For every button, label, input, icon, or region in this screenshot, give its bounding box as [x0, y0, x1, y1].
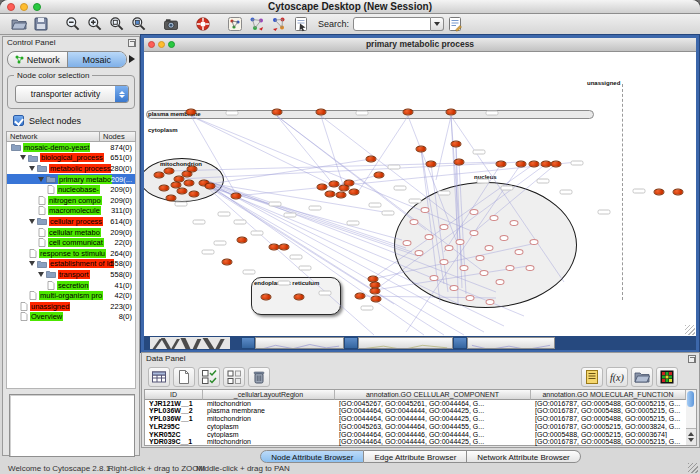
expand-arrow-icon[interactable]: [38, 272, 44, 277]
birdseye-view[interactable]: [9, 394, 135, 457]
network-canvas[interactable]: plasma membrane cytoplasm mitochondrion …: [144, 52, 696, 336]
network-node[interactable]: [673, 189, 684, 196]
network-node[interactable]: [446, 109, 457, 116]
network-node[interactable]: [164, 168, 175, 175]
network-node-ghost[interactable]: [450, 285, 459, 291]
network-node[interactable]: [325, 191, 336, 198]
table-row[interactable]: YPL036W__2plasma membrane[GO:0044464, GO…: [145, 407, 686, 415]
network-node-ghost[interactable]: [515, 249, 524, 255]
tree-item[interactable]: establishment of lo558(0): [7, 259, 135, 270]
network-node-ghost[interactable]: [460, 265, 469, 271]
network-node[interactable]: [454, 159, 465, 166]
network-node[interactable]: [551, 161, 562, 168]
network-node-ghost[interactable]: [430, 275, 439, 281]
network-node[interactable]: [403, 109, 414, 116]
minimized-window-button[interactable]: [453, 337, 467, 349]
select-all-attributes-icon[interactable]: [198, 367, 220, 387]
attribute-batch-icon[interactable]: [444, 15, 466, 33]
column-header[interactable]: ID: [145, 390, 203, 400]
save-session-icon[interactable]: [30, 15, 52, 33]
network-node[interactable]: [451, 141, 462, 148]
network-node[interactable]: [370, 288, 381, 295]
tab-mosaic[interactable]: Mosaic: [67, 52, 127, 67]
table-scrollbar[interactable]: [686, 389, 697, 446]
layout-alt-icon[interactable]: [268, 15, 290, 33]
new-attribute-icon[interactable]: [173, 367, 195, 387]
network-node-ghost[interactable]: [480, 270, 489, 276]
minimized-window-button[interactable]: [241, 337, 255, 349]
tree-item[interactable]: cell communicat22(0): [7, 237, 135, 248]
network-node-ghost[interactable]: [403, 240, 412, 246]
tree-column-nodes[interactable]: Nodes: [100, 131, 136, 142]
window-resize-grip[interactable]: [688, 463, 698, 473]
network-node-ghost[interactable]: [421, 207, 430, 213]
minimized-window-thumbnail[interactable]: [255, 337, 344, 349]
network-node-ghost[interactable]: [440, 224, 449, 230]
attribute-report-icon[interactable]: [581, 367, 603, 387]
window-titlebar[interactable]: Cytoscape Desktop (New Session): [0, 0, 700, 14]
table-row[interactable]: YLR295Ccytoplasm[GO:0045263, GO:0044464,…: [145, 423, 686, 431]
network-node[interactable]: [317, 184, 328, 191]
network-node-ghost[interactable]: [500, 235, 509, 241]
tree-item[interactable]: response to stimulu264(0): [7, 248, 135, 259]
float-panel-icon[interactable]: [688, 355, 696, 363]
network-node-ghost[interactable]: [530, 239, 539, 245]
table-row[interactable]: YKR052Ccytoplasm[GO:0044464, GO:0044446,…: [145, 431, 686, 439]
network-node[interactable]: [231, 193, 242, 200]
search-dropdown-icon[interactable]: [431, 17, 444, 31]
network-node-ghost[interactable]: [490, 215, 499, 221]
network-node-ghost[interactable]: [456, 239, 465, 245]
network-node[interactable]: [237, 237, 248, 244]
network-node-ghost[interactable]: [470, 230, 479, 236]
scroll-up-icon[interactable]: [688, 432, 694, 436]
table-row[interactable]: YJR121W__1mitochondrion[GO:0045267, GO:0…: [145, 400, 686, 408]
tree-item[interactable]: metabolic process280(0): [7, 163, 135, 174]
expand-arrow-icon[interactable]: [29, 219, 35, 224]
zoom-selected-icon[interactable]: [128, 15, 150, 33]
unselect-all-attributes-icon[interactable]: [223, 367, 245, 387]
tree-item[interactable]: Overview8(0): [7, 312, 135, 323]
layout-icon[interactable]: [246, 15, 268, 33]
table-row[interactable]: YPL036W__1mitochondrion[GO:0044464, GO:0…: [145, 415, 686, 423]
network-node[interactable]: [336, 192, 347, 199]
column-header[interactable]: annotation.GO CELLULAR_COMPONENT: [335, 390, 531, 400]
tree-item[interactable]: cellular metabo209(0): [7, 227, 135, 238]
select-nodes-checkbox[interactable]: [13, 115, 24, 126]
expand-arrow-icon[interactable]: [29, 166, 35, 171]
network-node[interactable]: [189, 191, 200, 198]
network-node-ghost[interactable]: [485, 245, 494, 251]
network-node-ghost[interactable]: [466, 295, 475, 301]
network-node[interactable]: [159, 185, 170, 192]
network-node[interactable]: [316, 109, 327, 116]
attribute-select-icon[interactable]: [148, 367, 170, 387]
tree-item[interactable]: primary metabo209(...: [7, 174, 135, 185]
network-node[interactable]: [349, 189, 360, 196]
network-node[interactable]: [184, 180, 195, 187]
combo-stepper-icon[interactable]: [115, 86, 128, 102]
network-node[interactable]: [529, 161, 540, 168]
network-node-ghost[interactable]: [486, 299, 495, 305]
zoom-out-icon[interactable]: [62, 15, 84, 33]
scrollbar-thumb[interactable]: [687, 391, 694, 407]
tree-item[interactable]: multi-organism pro42(0): [7, 290, 135, 301]
network-node[interactable]: [272, 109, 283, 116]
network-node-ghost[interactable]: [470, 209, 479, 215]
network-node-ghost[interactable]: [410, 219, 419, 225]
scroll-down-icon[interactable]: [688, 438, 694, 442]
canvas-resize-grip[interactable]: [685, 325, 695, 335]
tree-item[interactable]: nitrogen compo209(0): [7, 195, 135, 206]
tab-network[interactable]: Network: [8, 52, 67, 67]
float-panel-icon[interactable]: [128, 39, 136, 47]
network-node[interactable]: [222, 259, 233, 266]
column-header[interactable]: annotation.GO MOLECULAR_FUNCTION: [531, 390, 686, 400]
tree-item[interactable]: biological_process651(0): [7, 153, 135, 164]
minimized-window-art[interactable]: [150, 337, 230, 349]
search-input[interactable]: [353, 17, 431, 31]
network-node[interactable]: [187, 166, 198, 173]
tree-item[interactable]: secretion41(0): [7, 280, 135, 291]
open-file-icon[interactable]: [8, 15, 30, 33]
tree-item[interactable]: mosaic-demo-yeast874(0): [7, 142, 135, 153]
network-node[interactable]: [355, 293, 366, 300]
column-header[interactable]: _cellularLayoutRegion: [203, 390, 335, 400]
network-node[interactable]: [374, 172, 385, 179]
